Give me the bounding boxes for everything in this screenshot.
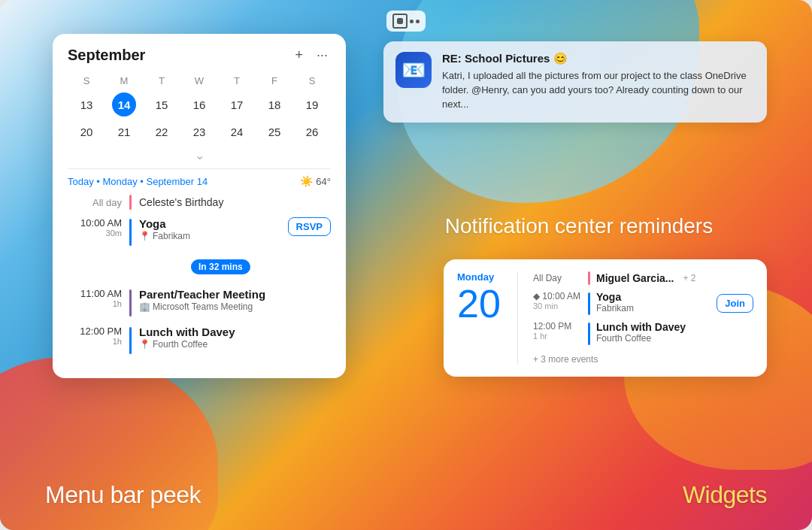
event-yoga-location: 📍 Fabrikam <box>139 231 280 241</box>
widget-allday-event: All Day Miguel Garcia... + 2 <box>533 271 753 285</box>
weather-icon: ☀️ <box>300 175 313 187</box>
cal-day-14-today[interactable]: 14 <box>112 92 136 117</box>
cal-day-24[interactable]: 24 <box>225 120 249 144</box>
widget-lunch-duration: 1 hr <box>533 332 582 341</box>
calendar-panel: September + ··· S M T W T F S 13 14 15 1… <box>53 34 346 378</box>
widget-yoga-time: ◆ 10:00 AM <box>533 291 582 301</box>
event-lunch-bar <box>129 327 132 354</box>
cal-day-22[interactable]: 22 <box>150 120 174 144</box>
event-ptm-title: Parent/Teacher Meeting <box>139 288 331 301</box>
widget-divider <box>517 271 518 365</box>
outlook-icon-symbol: 📧 <box>401 59 426 82</box>
label-notification-center: Notification center reminders <box>391 214 767 238</box>
widget-yoga-duration: 30 min <box>533 301 582 310</box>
cal-day-21[interactable]: 21 <box>112 120 136 144</box>
calendar-day-headers: S M T W T F S <box>68 74 331 88</box>
notification-card: 📧 RE: School Pictures 😊 Katri, I uploade… <box>383 41 767 123</box>
event-yoga-location-text: Fabrikam <box>153 231 190 241</box>
rsvp-button[interactable]: RSVP <box>288 217 331 236</box>
main-container: Menu bar peek Widgets Notification cente… <box>0 0 812 530</box>
event-yoga-title: Yoga <box>139 217 280 230</box>
widget-lunch-info: Lunch with Davey Fourth Coffee <box>596 321 753 344</box>
day-header-f: F <box>256 74 293 88</box>
event-ptm-time-main: 11:00 AM <box>68 288 122 299</box>
cal-day-19[interactable]: 19 <box>300 92 324 117</box>
widget-day-num: 20 <box>457 284 501 323</box>
event-lunch-time: 12:00 PM 1h <box>68 326 122 346</box>
calendar-more-button[interactable]: ··· <box>314 46 331 65</box>
event-ptm-location: 🏢 Microsoft Teams Meeting <box>139 301 331 312</box>
menubar-dots <box>410 20 420 23</box>
event-ptm-bar <box>129 289 132 316</box>
event-lunch: 12:00 PM 1h Lunch with Davey 📍 Fourth Co… <box>68 326 331 354</box>
cal-day-18[interactable]: 18 <box>262 92 286 117</box>
widget-date-column: Monday 20 <box>457 271 502 365</box>
calendar-expand-chevron[interactable]: ⌄ <box>68 148 331 162</box>
widget-events-column: All Day Miguel Garcia... + 2 ◆ 10:00 AM … <box>533 271 753 365</box>
temperature: 64° <box>316 176 331 187</box>
widget-allday-title: Miguel Garcia... <box>596 272 674 284</box>
cal-day-16[interactable]: 16 <box>187 92 211 117</box>
calendar-header: September + ··· <box>68 46 331 65</box>
event-yoga-time: 10:00 AM 30m <box>68 217 122 238</box>
widget-more-events[interactable]: + 3 more events <box>533 354 753 365</box>
widget-day-name: Monday <box>457 271 494 283</box>
event-ptm-location-text: Microsoft Teams Meeting <box>153 301 253 312</box>
event-lunch-content: Lunch with Davey 📍 Fourth Coffee <box>139 326 331 350</box>
notification-body: Katri, I uploaded all the pictures from … <box>442 69 755 112</box>
dot-2 <box>416 20 420 23</box>
widget-lunch-time-col: 12:00 PM 1 hr <box>533 321 582 341</box>
widget-allday-label: All Day <box>533 273 582 283</box>
calendar-weather: ☀️ 64° <box>300 175 331 187</box>
label-menu-bar: Menu bar peek <box>45 481 201 509</box>
widget-lunch-bar <box>588 323 590 345</box>
cal-day-23[interactable]: 23 <box>187 120 211 144</box>
calendar-icon-inner <box>397 18 403 24</box>
event-ptm-time: 11:00 AM 1h <box>68 288 122 308</box>
calendar-icon <box>392 14 408 29</box>
menubar-icon[interactable] <box>386 11 426 32</box>
day-header-t1: T <box>143 74 180 88</box>
day-header-m: M <box>105 74 143 88</box>
widget-join-button[interactable]: Join <box>717 294 753 313</box>
event-yoga: 10:00 AM 30m Yoga 📍 Fabrikam RSVP <box>68 217 331 246</box>
cal-day-15[interactable]: 15 <box>150 92 174 117</box>
calendar-week-1: 13 14 15 16 17 18 19 <box>68 91 331 118</box>
pin-icon: 📍 <box>139 231 150 241</box>
add-event-button[interactable]: + <box>292 46 306 65</box>
widget-card: Monday 20 All Day Miguel Garcia... + 2 ◆… <box>444 259 767 377</box>
widget-yoga-sub: Fabrikam <box>596 303 710 313</box>
event-parent-teacher: 11:00 AM 1h Parent/Teacher Meeting 🏢 Mic… <box>68 288 331 316</box>
event-lunch-location: 📍 Fourth Coffee <box>139 339 331 350</box>
calendar-today-label: Today • Monday • September 14 <box>68 176 208 187</box>
label-widgets: Widgets <box>683 481 767 509</box>
cal-day-26[interactable]: 26 <box>300 120 324 144</box>
event-lunch-duration: 1h <box>68 337 122 346</box>
teams-icon: 🏢 <box>139 301 150 312</box>
event-yoga-bar <box>129 219 132 246</box>
day-header-s1: S <box>68 74 105 88</box>
widget-event-lunch: 12:00 PM 1 hr Lunch with Davey Fourth Co… <box>533 321 753 345</box>
in-32-text: In 32 mins <box>191 259 250 274</box>
widget-lunch-time: 12:00 PM <box>533 321 582 332</box>
event-ptm-content: Parent/Teacher Meeting 🏢 Microsoft Teams… <box>139 288 331 312</box>
widget-yoga-time-col: ◆ 10:00 AM 30 min <box>533 291 582 310</box>
cal-day-17[interactable]: 17 <box>225 92 249 117</box>
event-lunch-location-text: Fourth Coffee <box>153 339 208 350</box>
widget-lunch-sub: Fourth Coffee <box>596 333 753 344</box>
cal-day-25[interactable]: 25 <box>262 120 286 144</box>
widget-yoga-info: Yoga Fabrikam <box>596 291 710 313</box>
day-header-t2: T <box>218 74 256 88</box>
calendar-month: September <box>68 47 145 64</box>
event-ptm-duration: 1h <box>68 299 122 308</box>
widget-yoga-bar <box>588 292 590 315</box>
calendar-date-row: Today • Monday • September 14 ☀️ 64° <box>68 175 331 187</box>
event-yoga-content: Yoga 📍 Fabrikam <box>139 217 280 241</box>
calendar-week-2: 20 21 22 23 24 25 26 <box>68 118 331 145</box>
widget-allday-bar <box>588 271 590 285</box>
cal-day-13[interactable]: 13 <box>74 92 98 117</box>
event-yoga-duration: 30m <box>68 229 122 238</box>
widget-lunch-title: Lunch with Davey <box>596 321 753 333</box>
calendar-header-actions: + ··· <box>292 46 331 65</box>
cal-day-20[interactable]: 20 <box>74 120 98 144</box>
